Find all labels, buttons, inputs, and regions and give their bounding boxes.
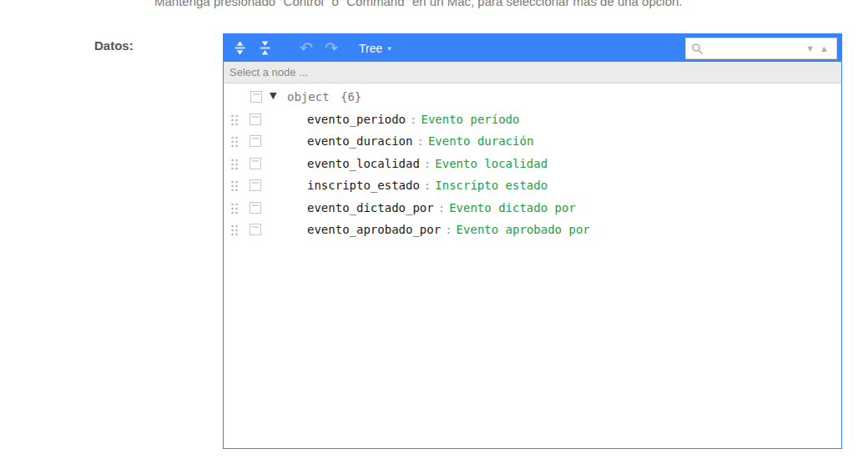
- field-value[interactable]: Evento duración: [428, 134, 533, 148]
- tree-panel: ▼ object {6} evento_periodo : Evento per…: [224, 83, 841, 241]
- root-count-badge: {6}: [341, 90, 361, 103]
- field-name[interactable]: evento_localidad: [307, 157, 420, 170]
- search-input[interactable]: [708, 43, 803, 55]
- separator: :: [424, 157, 431, 170]
- context-menu-button[interactable]: [250, 113, 261, 125]
- json-editor: ↶ ↷ Tree ▾ ▼ ▲ Select a node ...: [223, 33, 842, 449]
- tree-row: evento_periodo : Evento período: [224, 108, 841, 131]
- undo-icon: ↶: [300, 40, 313, 56]
- context-menu-button[interactable]: [250, 179, 261, 191]
- undo-button[interactable]: ↶: [295, 38, 317, 59]
- search-previous-icon[interactable]: ▲: [817, 44, 831, 53]
- field-value[interactable]: Evento aprobado por: [457, 223, 590, 236]
- field-name[interactable]: evento_periodo: [307, 113, 406, 126]
- drag-handle-icon[interactable]: [230, 203, 239, 214]
- search-box: ▼ ▲: [685, 38, 837, 59]
- field-name[interactable]: evento_duracion: [307, 134, 412, 148]
- redo-button[interactable]: ↷: [320, 38, 342, 59]
- chevron-down-icon: ▾: [387, 44, 391, 53]
- collapse-all-icon: [258, 41, 272, 55]
- tree-row: inscripto_estado : Inscrípto estado: [224, 174, 841, 197]
- tree-row: evento_duracion : Evento duración: [224, 130, 841, 153]
- tree-row: evento_aprobado_por : Evento aprobado po…: [224, 219, 841, 241]
- field-name[interactable]: evento_dictado_por: [307, 201, 434, 214]
- separator: :: [416, 134, 423, 148]
- field-label-datos: Datos:: [94, 38, 134, 53]
- field-value[interactable]: Evento localidad: [435, 157, 548, 170]
- context-menu-button[interactable]: [250, 158, 261, 169]
- separator: :: [445, 223, 452, 236]
- path-navigation-bar[interactable]: Select a node ...: [224, 62, 841, 83]
- help-text: Mantenga presionado "Control" ó "Command…: [154, 0, 683, 8]
- separator: :: [424, 179, 431, 192]
- collapse-triangle-icon[interactable]: ▼: [270, 90, 276, 101]
- context-menu-button[interactable]: [250, 224, 261, 235]
- root-type-label: object: [287, 90, 330, 103]
- editor-toolbar: ↶ ↷ Tree ▾ ▼ ▲: [224, 34, 841, 62]
- field-value[interactable]: Inscrípto estado: [435, 179, 548, 192]
- search-icon: [691, 43, 704, 55]
- mode-label: Tree: [359, 42, 382, 55]
- separator: :: [410, 113, 416, 126]
- context-menu-button[interactable]: [250, 202, 261, 214]
- field-name[interactable]: evento_aprobado_por: [307, 223, 441, 236]
- expand-all-button[interactable]: [229, 38, 250, 59]
- search-next-icon[interactable]: ▼: [803, 44, 817, 53]
- expand-all-icon: [233, 41, 247, 55]
- page: Mantenga presionado "Control" ó "Command…: [0, 0, 868, 459]
- drag-handle-icon[interactable]: [230, 159, 239, 170]
- tree-row: evento_dictado_por : Evento dictado por: [224, 197, 841, 219]
- tree-row: evento_localidad : Evento localidad: [224, 153, 841, 175]
- drag-handle-icon[interactable]: [230, 136, 239, 148]
- separator: :: [438, 201, 445, 214]
- redo-icon: ↷: [325, 40, 338, 56]
- context-menu-button[interactable]: [250, 91, 262, 103]
- field-name[interactable]: inscripto_estado: [307, 179, 420, 192]
- drag-handle-icon[interactable]: [230, 114, 239, 126]
- mode-dropdown[interactable]: Tree ▾: [359, 42, 391, 55]
- context-menu-button[interactable]: [250, 135, 261, 147]
- drag-handle-icon[interactable]: [230, 180, 239, 192]
- collapse-all-button[interactable]: [254, 38, 275, 59]
- drag-handle-icon[interactable]: [230, 224, 239, 236]
- field-value[interactable]: Evento período: [421, 113, 519, 126]
- tree-row-root: ▼ object {6}: [224, 86, 841, 108]
- field-value[interactable]: Evento dictado por: [449, 201, 576, 214]
